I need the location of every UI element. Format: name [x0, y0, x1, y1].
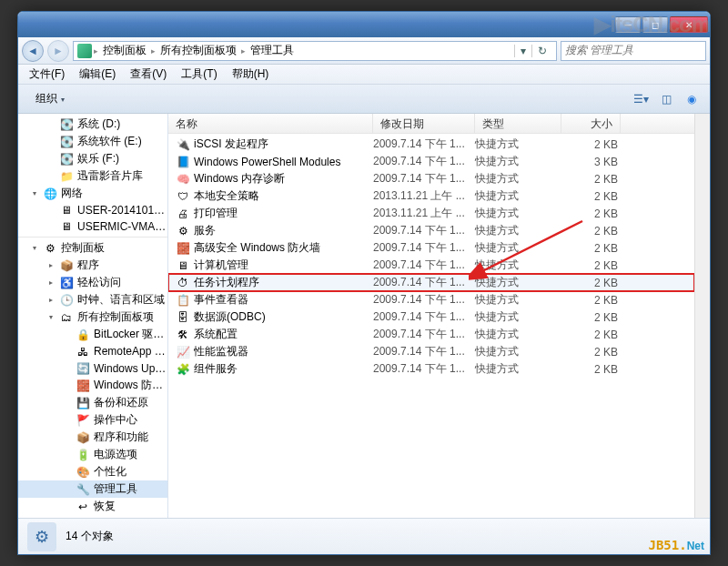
expand-icon[interactable]: ▾: [46, 312, 56, 322]
expand-icon[interactable]: [62, 432, 72, 442]
tree-item[interactable]: 🧱Windows 防火墙: [18, 377, 167, 394]
menu-help[interactable]: 帮助(H): [225, 65, 277, 84]
expand-icon[interactable]: [62, 415, 72, 425]
file-row[interactable]: 📈性能监视器2009.7.14 下午 1...快捷方式2 KB: [168, 343, 694, 360]
vertical-scrollbar[interactable]: [694, 114, 710, 518]
file-date: 2013.11.21 上午 ...: [373, 188, 475, 204]
menu-file[interactable]: 文件(F): [22, 65, 72, 84]
file-row[interactable]: ⏱任务计划程序2009.7.14 下午 1...快捷方式2 KB: [168, 274, 694, 291]
forward-button[interactable]: ►: [47, 40, 69, 62]
breadcrumb-item[interactable]: 管理工具: [248, 43, 297, 58]
tree-item[interactable]: 📦程序和功能: [18, 429, 167, 446]
expand-icon[interactable]: [62, 364, 72, 374]
back-button[interactable]: ◄: [22, 40, 44, 62]
menu-edit[interactable]: 编辑(E): [72, 65, 123, 84]
file-row[interactable]: 🔌iSCSI 发起程序2009.7.14 下午 1...快捷方式2 KB: [168, 136, 694, 153]
address-dropdown-icon[interactable]: ▾: [514, 45, 531, 57]
file-row[interactable]: 🧩组件服务2009.7.14 下午 1...快捷方式2 KB: [168, 360, 694, 378]
expand-icon[interactable]: ▸: [46, 278, 56, 288]
expand-icon[interactable]: [46, 154, 56, 164]
file-date: 2009.7.14 下午 1...: [373, 154, 475, 169]
expand-icon[interactable]: [62, 329, 72, 339]
refresh-icon[interactable]: ↻: [531, 45, 552, 57]
tree-label: 程序和功能: [94, 430, 167, 445]
nav-tree[interactable]: 💽系统 (D:)💽系统软件 (E:)💽娱乐 (F:)📁迅雷影音片库▾🌐网络🖥US…: [18, 114, 168, 518]
minimize-button[interactable]: ─: [615, 16, 641, 33]
tree-item[interactable]: 🔒BitLocker 驱动器加: [18, 326, 167, 343]
file-name: Windows 内存诊断: [194, 171, 373, 187]
tree-item[interactable]: 💽娱乐 (F:): [18, 150, 167, 167]
expand-icon[interactable]: [62, 398, 72, 408]
expand-icon[interactable]: ▸: [46, 260, 56, 270]
expand-icon[interactable]: [46, 136, 56, 147]
close-button[interactable]: ✕: [670, 16, 708, 33]
tree-item[interactable]: ▸📦程序: [18, 257, 167, 274]
tree-item[interactable]: ▾⚙控制面板: [18, 237, 167, 257]
tree-item[interactable]: 💽系统 (D:): [18, 116, 167, 133]
tree-item[interactable]: 🔋电源选项: [18, 446, 167, 463]
explorer-window: ▶itsCN.com ─ ◻ ✕ ◄ ► ▸ 控制面板 ▸ 所有控制面板项 ▸ …: [17, 11, 711, 555]
file-row[interactable]: 🛠系统配置2009.7.14 下午 1...快捷方式2 KB: [168, 326, 694, 343]
file-row[interactable]: 🗄数据源(ODBC)2009.7.14 下午 1...快捷方式2 KB: [168, 308, 694, 326]
col-name-header[interactable]: 名称: [168, 114, 373, 133]
file-row[interactable]: 🧱高级安全 Windows 防火墙2009.7.14 下午 1...快捷方式2 …: [168, 239, 694, 257]
expand-icon[interactable]: [62, 484, 72, 494]
expand-icon[interactable]: [62, 450, 72, 460]
search-input[interactable]: 搜索 管理工具: [561, 41, 706, 61]
file-row[interactable]: 🧠Windows 内存诊断2009.7.14 下午 1...快捷方式2 KB: [168, 170, 694, 187]
remote-icon: 🖧: [76, 345, 90, 359]
tree-item[interactable]: ▾🌐网络: [18, 185, 167, 202]
preview-pane-button[interactable]: ◫: [655, 89, 677, 109]
tree-item[interactable]: ↩恢复: [18, 498, 167, 515]
tree-item[interactable]: 💾备份和还原: [18, 394, 167, 411]
file-row[interactable]: 🖥计算机管理2009.7.14 下午 1...快捷方式2 KB: [168, 257, 694, 274]
maximize-button[interactable]: ◻: [642, 16, 668, 33]
file-row[interactable]: ⚙服务2009.7.14 下午 1...快捷方式2 KB: [168, 222, 694, 239]
tree-item[interactable]: 🚩操作中心: [18, 411, 167, 429]
tree-item[interactable]: 🖧RemoteApp 和桌: [18, 343, 167, 360]
expand-icon[interactable]: ▾: [29, 188, 39, 198]
file-row[interactable]: 🛡本地安全策略2013.11.21 上午 ...快捷方式2 KB: [168, 187, 694, 205]
expand-icon[interactable]: [62, 380, 72, 390]
expand-icon[interactable]: ▾: [29, 243, 39, 253]
expand-icon[interactable]: [46, 171, 56, 181]
address-bar[interactable]: ▸ 控制面板 ▸ 所有控制面板项 ▸ 管理工具 ▾ ↻: [73, 41, 557, 61]
firewall-icon: 🧱: [176, 241, 190, 256]
breadcrumb-item[interactable]: 所有控制面板项: [157, 43, 239, 58]
file-name: 本地安全策略: [194, 188, 373, 204]
expand-icon[interactable]: ▸: [46, 295, 56, 305]
tree-label: 个性化: [94, 464, 167, 480]
expand-icon[interactable]: [46, 206, 56, 216]
col-size-header[interactable]: 大小: [561, 114, 621, 133]
tree-item[interactable]: 💽系统软件 (E:): [18, 133, 167, 150]
menu-view[interactable]: 查看(V): [123, 65, 174, 84]
breadcrumb-item[interactable]: 控制面板: [100, 43, 149, 58]
file-row[interactable]: 📘Windows PowerShell Modules2009.7.14 下午 …: [168, 153, 694, 170]
tree-item[interactable]: 🎨个性化: [18, 463, 167, 480]
col-type-header[interactable]: 类型: [475, 114, 561, 133]
firewall-icon: 🧱: [76, 379, 90, 393]
expand-icon[interactable]: [46, 222, 56, 232]
file-row[interactable]: 📋事件查看器2009.7.14 下午 1...快捷方式2 KB: [168, 291, 694, 308]
menu-tools[interactable]: 工具(T): [174, 65, 224, 84]
help-icon[interactable]: ◉: [681, 89, 703, 109]
tree-item[interactable]: 🖥USERMIC-VMAH7V: [18, 218, 167, 235]
expand-icon[interactable]: [62, 501, 72, 511]
tree-item[interactable]: 🖥USER-20141017QI: [18, 202, 167, 218]
expand-icon[interactable]: [46, 119, 56, 129]
file-row[interactable]: 🖨打印管理2013.11.21 上午 ...快捷方式2 KB: [168, 205, 694, 222]
tree-item[interactable]: 🔄Windows Update: [18, 360, 167, 377]
tree-item[interactable]: ▸🕒时钟、语言和区域: [18, 291, 167, 308]
tree-item[interactable]: 🔧管理工具: [18, 480, 167, 498]
col-date-header[interactable]: 修改日期: [373, 114, 475, 133]
titlebar: ─ ◻ ✕: [18, 12, 710, 37]
file-size: 2 KB: [561, 311, 618, 324]
tree-item[interactable]: 📁迅雷影音片库: [18, 167, 167, 185]
expand-icon[interactable]: [62, 347, 72, 357]
progfeat-icon: 📦: [76, 430, 90, 445]
view-mode-button[interactable]: ☰▾: [630, 89, 652, 109]
organize-button[interactable]: 组织: [25, 87, 78, 110]
tree-item[interactable]: ▾🗂所有控制面板项: [18, 308, 167, 326]
expand-icon[interactable]: [62, 467, 72, 477]
tree-item[interactable]: ▸♿轻松访问: [18, 274, 167, 291]
